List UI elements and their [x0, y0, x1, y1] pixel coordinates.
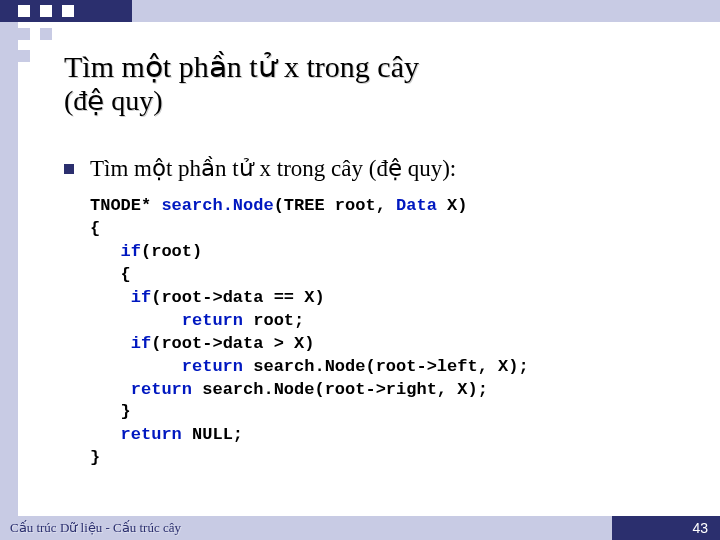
sidebar: [0, 22, 18, 516]
code-kw: Data: [396, 196, 437, 215]
code-text: {: [90, 219, 100, 238]
code-kw: return: [90, 425, 182, 444]
page-number: 43: [692, 520, 708, 536]
code-kw: return: [90, 311, 243, 330]
code-text: (root->data > X): [151, 334, 314, 353]
code-text: }: [90, 448, 100, 467]
title-line2: (đệ quy): [64, 85, 163, 116]
code-text: }: [90, 402, 131, 421]
title-line1: Tìm một phần tử x trong cây: [64, 50, 419, 83]
code-text: {: [90, 265, 131, 284]
code-kw: search.Node: [161, 196, 273, 215]
code-kw: if: [90, 242, 141, 261]
footer: Cấu trúc Dữ liệu - Cấu trúc cây 43: [0, 516, 720, 540]
code-kw: return: [90, 357, 243, 376]
bullet-icon: [64, 164, 74, 174]
bullet-text: Tìm một phần tử x trong cây (đệ quy):: [90, 155, 456, 182]
code-kw: return: [90, 380, 192, 399]
topbar-light: [132, 0, 720, 22]
code-kw: if: [90, 334, 151, 353]
code-text: X): [437, 196, 468, 215]
code-text: (TREE root,: [274, 196, 396, 215]
code-text: search.Node(root->right, X);: [192, 380, 488, 399]
code-kw: if: [90, 288, 151, 307]
deco-square: [40, 28, 52, 40]
code-text: NULL;: [182, 425, 243, 444]
deco-square: [18, 28, 30, 40]
code-block: TNODE* search.Node(TREE root, Data X) { …: [90, 195, 529, 470]
deco-square: [18, 5, 30, 17]
code-text: root;: [243, 311, 304, 330]
bullet-row: Tìm một phần tử x trong cây (đệ quy):: [64, 155, 456, 182]
topbar: [0, 0, 720, 22]
deco-square: [40, 5, 52, 17]
code-text: (root): [141, 242, 202, 261]
code-text: TNODE*: [90, 196, 161, 215]
deco-square: [18, 50, 30, 62]
deco-square: [62, 5, 74, 17]
code-text: (root->data == X): [151, 288, 324, 307]
footer-text: Cấu trúc Dữ liệu - Cấu trúc cây: [10, 520, 181, 536]
slide-title: Tìm một phần tử x trong cây (đệ quy): [64, 50, 419, 117]
code-text: search.Node(root->left, X);: [243, 357, 529, 376]
